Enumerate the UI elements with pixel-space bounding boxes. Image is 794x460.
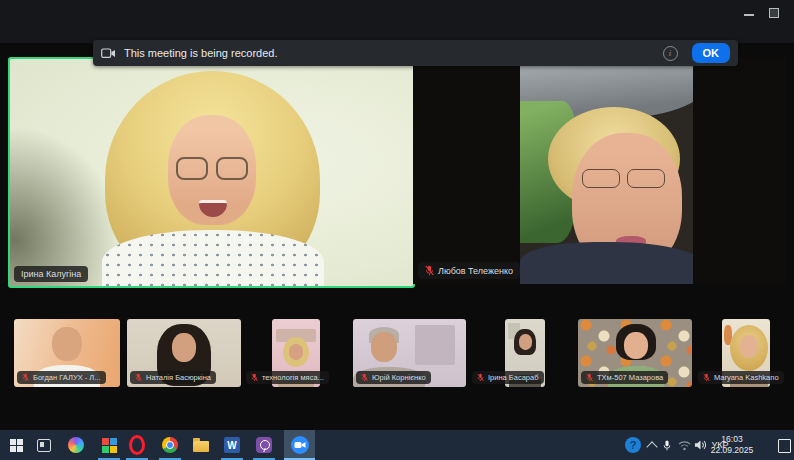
participant-name-tag: Любов Тележенко <box>418 262 520 279</box>
participant-name-tag: Maryana Kashkano <box>698 371 784 384</box>
video-art <box>520 242 693 284</box>
video-thumbnail[interactable]: Богдан ГАЛУХ - Л... <box>14 319 120 387</box>
participant-name: Богдан ГАЛУХ - Л... <box>33 373 101 382</box>
task-view-icon <box>37 439 51 452</box>
muted-mic-icon <box>135 373 142 382</box>
taskbar-item-file-explorer[interactable] <box>187 430 215 460</box>
notification-center-icon[interactable] <box>778 439 791 453</box>
time-label: 16:03 <box>721 434 742 445</box>
video-thumbnail[interactable]: Ірина Басараб <box>505 319 545 387</box>
window-title-bar <box>0 0 794 43</box>
zoom-app-icon <box>291 436 309 454</box>
muted-mic-icon <box>361 373 368 382</box>
start-icon <box>10 439 23 452</box>
participant-name-tag: Богдан ГАЛУХ - Л... <box>17 371 106 384</box>
maximize-icon[interactable] <box>769 8 779 18</box>
taskbar-item-word[interactable]: W <box>218 430 246 460</box>
participant-name-tag: Ірина Калугіна <box>14 266 88 282</box>
tray-mic-button[interactable] <box>660 430 674 460</box>
participant-name: Maryana Kashkano <box>714 373 779 382</box>
recording-camera-icon <box>101 48 116 59</box>
video-tile-participant[interactable]: Любов Тележенко <box>413 57 786 284</box>
network-icon <box>678 440 691 451</box>
participant-name-tag: технологія мяса... <box>246 371 329 384</box>
taskbar-item-opera[interactable] <box>123 430 151 460</box>
video-art <box>176 157 248 179</box>
recording-banner: This meeting is being recorded. i OK <box>93 40 738 66</box>
muted-mic-icon <box>22 373 29 382</box>
participant-name: ТХм-507 Мазарова <box>597 373 663 382</box>
participant-name: Наталія Басюркіна <box>146 373 211 382</box>
file-explorer-icon <box>193 441 209 452</box>
tray-help-button[interactable]: ? <box>622 430 644 460</box>
minimize-icon[interactable] <box>744 14 754 16</box>
video-thumbnail[interactable]: Юрій Корнієнко <box>353 319 466 387</box>
muted-mic-icon <box>477 373 484 382</box>
taskbar-item-photos[interactable] <box>95 430 123 460</box>
participant-name-tag: ТХм-507 Мазарова <box>581 371 668 384</box>
photos-icon <box>102 438 117 453</box>
task-view-button[interactable] <box>30 430 58 460</box>
video-thumbnail[interactable]: Maryana Kashkano <box>722 319 770 387</box>
participant-name-tag: Наталія Басюркіна <box>130 371 216 384</box>
muted-mic-icon <box>703 373 710 382</box>
participant-name: Юрій Корнієнко <box>372 373 426 382</box>
participant-name: Ірина Басараб <box>488 373 539 382</box>
participant-name-tag: Ірина Басараб <box>472 371 544 384</box>
chevron-up-icon <box>646 441 657 452</box>
taskbar-item-copilot[interactable] <box>62 430 90 460</box>
tray-help-icon: ? <box>625 437 641 453</box>
video-art <box>102 230 324 288</box>
tray-clock[interactable]: 16:03 22.09.2025 <box>710 430 754 460</box>
muted-mic-icon <box>425 265 434 276</box>
chrome-icon <box>162 437 178 453</box>
video-art <box>582 169 674 188</box>
tray-mic-icon <box>663 439 671 452</box>
participant-name: технологія мяса... <box>262 373 324 382</box>
taskbar-item-viber[interactable] <box>250 430 278 460</box>
video-thumbnail[interactable]: технологія мяса... <box>272 319 320 387</box>
info-icon[interactable]: i <box>663 46 678 61</box>
start-button[interactable] <box>2 430 30 460</box>
participant-name-tag: Юрій Корнієнко <box>356 371 431 384</box>
video-thumbnail[interactable]: Наталія Басюркіна <box>127 319 241 387</box>
taskbar-item-zoom[interactable] <box>284 430 315 460</box>
windows-taskbar: W ? <box>0 430 794 460</box>
viber-icon <box>256 437 272 453</box>
taskbar-item-chrome[interactable] <box>156 430 184 460</box>
participant-video <box>520 57 693 284</box>
word-icon: W <box>224 437 240 453</box>
recording-banner-text: This meeting is being recorded. <box>124 47 277 59</box>
date-label: 22.09.2025 <box>711 445 754 456</box>
opera-icon <box>129 435 145 455</box>
muted-mic-icon <box>251 373 258 382</box>
tray-network-button[interactable] <box>676 430 692 460</box>
video-tile-active-speaker[interactable]: Ірина Калугіна <box>8 57 415 288</box>
copilot-icon <box>68 437 84 453</box>
tray-show-hidden-icons[interactable] <box>644 430 660 460</box>
participant-name: Ірина Калугіна <box>21 269 81 279</box>
zoom-meeting-window: This meeting is being recorded. i OK Іри… <box>0 0 794 460</box>
muted-mic-icon <box>586 373 593 382</box>
ok-button[interactable]: OK <box>692 43 731 63</box>
participant-name: Любов Тележенко <box>438 266 513 276</box>
video-thumbnail[interactable]: ТХм-507 Мазарова <box>578 319 692 387</box>
